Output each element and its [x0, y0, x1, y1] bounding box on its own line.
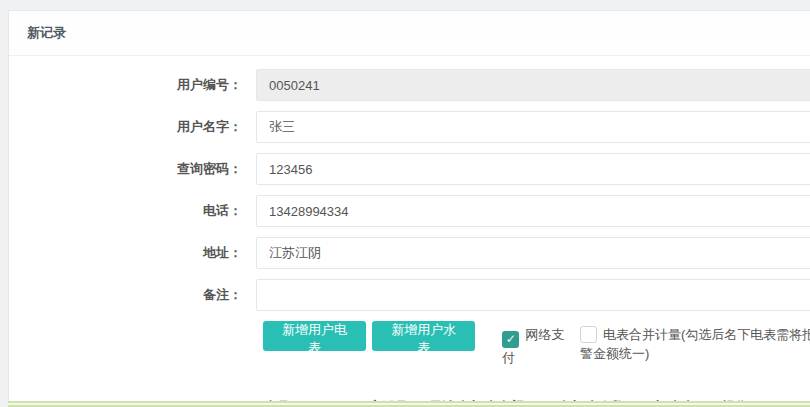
add-electric-meter-button[interactable]: 新增用户电表: [263, 321, 366, 351]
field-row-remark: 备注：: [9, 279, 810, 311]
user-name-input[interactable]: [256, 111, 810, 143]
merge-metering-group: 电表合并计量(勾选后名下电表需将报警金额统一): [580, 325, 810, 363]
new-record-panel: 新记录 用户编号： 用户名字： 查询密码： 电话： 地址： 备注： 新增用户电表: [8, 10, 810, 407]
field-row-phone: 电话：: [9, 195, 810, 227]
address-label: 地址：: [9, 244, 256, 262]
bottom-green-divider: [8, 401, 810, 407]
field-row-user-name: 用户名字：: [9, 111, 810, 143]
user-name-label: 用户名字：: [9, 118, 256, 136]
query-password-input[interactable]: [256, 153, 810, 185]
new-record-form: 用户编号： 用户名字： 查询密码： 电话： 地址： 备注： 新增用户电表 新增用…: [9, 56, 810, 407]
merge-metering-checkbox[interactable]: [580, 326, 597, 343]
field-row-address: 地址：: [9, 237, 810, 269]
add-water-meter-button[interactable]: 新增用户水表: [372, 321, 475, 351]
field-row-query-password: 查询密码：: [9, 153, 810, 185]
check-icon: ✓: [506, 332, 516, 346]
user-id-input[interactable]: [256, 69, 810, 101]
remark-input[interactable]: [256, 279, 810, 311]
actions-row: 新增用户电表 新增用户水表 ✓网络支付 电表合并计量(勾选后名下电表需将报警金额…: [263, 321, 810, 367]
phone-label: 电话：: [9, 202, 256, 220]
phone-input[interactable]: [256, 195, 810, 227]
user-id-label: 用户编号：: [9, 76, 256, 94]
remark-label: 备注：: [9, 286, 256, 304]
merge-metering-label: 电表合并计量(勾选后名下电表需将报警金额统一): [580, 327, 810, 361]
query-password-label: 查询密码：: [9, 160, 256, 178]
network-payment-group: ✓网络支付: [502, 325, 566, 367]
address-input[interactable]: [256, 237, 810, 269]
panel-title: 新记录: [9, 11, 810, 56]
field-row-user-id: 用户编号：: [9, 69, 810, 101]
network-payment-checkbox[interactable]: ✓: [502, 331, 519, 348]
